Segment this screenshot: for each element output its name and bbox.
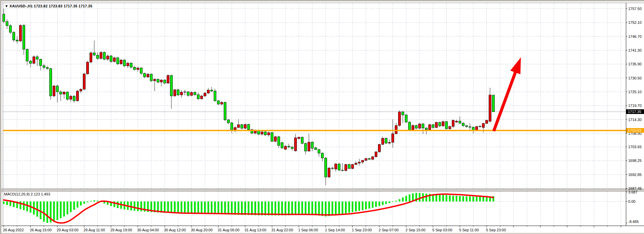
candle-body (60, 92, 62, 94)
candle-body (197, 95, 200, 99)
candle-body (476, 126, 478, 130)
candle-body (53, 86, 55, 96)
candle-body (130, 63, 132, 67)
time-axis-label: 26 Aug 15:00 (30, 228, 52, 232)
candle-body (298, 137, 300, 138)
price-chart-canvas[interactable] (1, 1, 644, 234)
candle-body (46, 67, 49, 68)
candle-body (435, 122, 438, 127)
macd-scale-label: 0.00 (628, 199, 635, 203)
macd-histogram-bar (476, 197, 478, 201)
candle-body (50, 68, 52, 96)
candle-body (83, 74, 86, 89)
macd-histogram-bar (399, 199, 400, 201)
candle-body (127, 63, 129, 66)
macd-histogram-bar (208, 201, 209, 214)
macd-histogram-bar (258, 201, 260, 215)
candle-body (378, 144, 381, 152)
macd-histogram-bar (459, 196, 461, 201)
time-axis-label: 30 Aug 20:00 (191, 228, 213, 232)
candle-body (120, 60, 122, 64)
candle-body (224, 102, 226, 120)
candle-body (93, 53, 96, 55)
time-axis-label: 29 Aug 03:00 (57, 228, 78, 232)
macd-histogram-bar (67, 201, 68, 215)
time-axis-label: 5 Sep 03:00 (432, 228, 452, 232)
macd-histogram-bar (268, 201, 270, 216)
macd-histogram-bar (221, 201, 223, 214)
macd-histogram-bar (181, 201, 182, 213)
time-axis-label: 1 Sep 14:00 (325, 228, 345, 232)
macd-histogram-bar (43, 201, 45, 222)
candle-body (308, 142, 310, 151)
candle-body (382, 138, 384, 144)
candle-body (13, 32, 15, 40)
candle-body (284, 146, 287, 149)
macd-histogram-bar (231, 201, 233, 215)
chart-window: ▼ XAUUSD-,H1 1723.82 1723.83 1717.35 171… (0, 0, 644, 234)
macd-histogram-bar (164, 201, 166, 213)
macd-histogram-bar (224, 201, 226, 215)
symbol-ohlc-label[interactable]: ▼ XAUUSD-,H1 1723.82 1723.83 1717.35 171… (5, 4, 92, 8)
candle-body (311, 142, 314, 148)
candle-body (204, 93, 206, 96)
macd-histogram-bar (402, 197, 404, 201)
candle-body (305, 143, 307, 151)
candle-body (80, 89, 82, 91)
candle-body (392, 134, 394, 142)
candle-body (264, 132, 267, 135)
candle-body (63, 92, 65, 94)
candle-body (207, 90, 210, 93)
candle-body (70, 96, 72, 99)
macd-histogram-bar (469, 196, 471, 201)
candle-body (234, 127, 236, 130)
candle-body (409, 122, 411, 130)
candle-body (170, 75, 173, 96)
candle-body (482, 123, 485, 127)
macd-histogram-bar (271, 201, 273, 216)
candle-body (372, 157, 374, 160)
macd-histogram-bar (342, 201, 343, 214)
time-axis-label: 1 Sep 23:00 (352, 228, 372, 232)
macd-histogram-bar (248, 201, 250, 215)
price-axis-label: 1698.25 (628, 159, 642, 163)
macd-histogram-bar (322, 201, 323, 216)
macd-histogram-bar (94, 200, 95, 201)
macd-histogram-bar (369, 201, 370, 209)
candle-body (388, 142, 391, 143)
macd-histogram-bar (57, 201, 58, 220)
macd-histogram-bar (328, 201, 330, 216)
candle-body (429, 125, 431, 130)
candle-body (422, 124, 424, 128)
macd-histogram-bar (315, 201, 317, 215)
candle-body (97, 55, 99, 59)
candle-body (395, 125, 397, 133)
candle-body (177, 90, 179, 95)
candle-body (432, 125, 434, 127)
candle-body (462, 123, 465, 126)
candle-body (315, 148, 317, 150)
candle-body (345, 164, 347, 170)
macd-histogram-bar (442, 195, 444, 201)
price-axis-label: 1746.70 (628, 35, 642, 39)
candle-body (489, 95, 491, 121)
candle-body (231, 123, 233, 130)
macd-histogram-bar (305, 201, 307, 215)
macd-histogram-bar (466, 196, 468, 201)
candle-body (180, 92, 183, 95)
macd-histogram-bar (419, 193, 421, 201)
candle-body (368, 159, 371, 159)
panel-divider[interactable] (1, 189, 644, 191)
candle-body (479, 126, 481, 126)
current-price-tag: 1717.35 (626, 109, 644, 114)
macd-histogram-bar (375, 201, 377, 207)
candle-body (133, 67, 136, 69)
candle-body (348, 164, 351, 168)
candle-body (43, 66, 45, 67)
candle-body (248, 124, 250, 129)
candle-body (365, 159, 367, 160)
candle-body (412, 125, 414, 130)
candle-body (174, 90, 176, 96)
candle-body (113, 58, 116, 61)
candle-body (87, 62, 89, 74)
